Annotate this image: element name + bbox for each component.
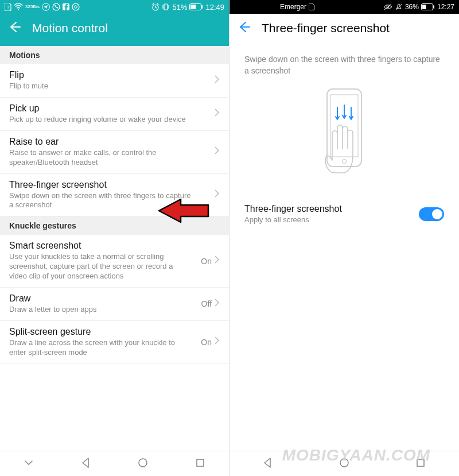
settings-list: Motions Flip Flip to mute Pick up Pick u… <box>0 46 229 451</box>
chevron-right-icon <box>214 336 220 348</box>
battery-icon <box>189 3 203 10</box>
navigation-bar <box>230 451 459 476</box>
vibrate-icon <box>162 3 170 11</box>
row-pick-up[interactable]: Pick up Pick up to reduce ringing volume… <box>0 98 229 131</box>
svg-rect-8 <box>164 4 168 10</box>
row-smart-screenshot[interactable]: Smart screenshot Use your knuckles to ta… <box>0 235 229 288</box>
clock-time: 12:49 <box>205 3 224 11</box>
row-value: On <box>201 338 212 347</box>
clock-time: 12:27 <box>437 3 454 11</box>
nav-recent-icon[interactable] <box>415 457 426 471</box>
row-subtitle: Swipe down on the screen with three fing… <box>9 191 197 211</box>
row-subtitle: Use your knuckles to take a normal or sc… <box>9 252 184 281</box>
svg-point-12 <box>139 459 147 467</box>
row-subtitle: Flip to mute <box>9 82 197 91</box>
status-bar: Emerger 36% 12:27 <box>230 0 459 14</box>
row-three-finger-screenshot[interactable]: Three-finger screenshot Swipe down on th… <box>0 174 229 217</box>
section-knuckle: Knuckle gestures <box>0 216 229 235</box>
back-icon[interactable] <box>238 21 250 36</box>
row-flip[interactable]: Flip Flip to mute <box>0 64 229 98</box>
svg-text:!: ! <box>7 5 9 10</box>
svg-rect-11 <box>190 5 196 9</box>
row-subtitle: Pick up to reduce ringing volume or wake… <box>9 115 197 125</box>
alarm-icon <box>151 3 160 11</box>
row-subtitle: Draw a letter to open apps <box>9 305 184 315</box>
chevron-right-icon <box>214 108 220 120</box>
svg-rect-24 <box>417 459 424 466</box>
svg-rect-13 <box>197 459 204 466</box>
svg-point-22 <box>343 160 347 164</box>
svg-point-5 <box>72 3 79 10</box>
svg-rect-10 <box>201 5 203 9</box>
svg-rect-18 <box>433 5 434 9</box>
row-subtitle: Draw a line across the screen with your … <box>9 338 184 358</box>
row-title: Smart screenshot <box>9 241 184 251</box>
toggle-subtitle: Apply to all screens <box>244 215 419 224</box>
toggle-three-finger-screenshot[interactable]: Three-finger screenshot Apply to all scr… <box>230 197 459 231</box>
row-title: Raise to ear <box>9 137 197 147</box>
toggle-title: Three-finger screenshot <box>244 204 419 214</box>
mute-icon <box>395 3 403 11</box>
nav-home-icon[interactable] <box>137 457 149 471</box>
screen-motion-control: ! 325B/s 51% 12:49 <box>0 0 230 476</box>
row-split-screen[interactable]: Split-screen gesture Draw a line across … <box>0 321 229 364</box>
chevron-right-icon <box>214 298 220 310</box>
instruction-text: Swipe down on the screen with three fing… <box>230 44 459 82</box>
nav-back-icon[interactable] <box>262 457 274 471</box>
chevron-right-icon <box>214 146 220 158</box>
row-title: Draw <box>9 293 184 304</box>
nav-recent-icon[interactable] <box>195 457 206 471</box>
svg-point-23 <box>340 459 348 467</box>
nav-back-icon[interactable] <box>80 457 92 471</box>
row-value: On <box>201 257 212 266</box>
battery-pct: 51% <box>172 3 187 11</box>
gesture-illustration <box>230 82 459 197</box>
row-subtitle: Raise to answer or make calls, or contro… <box>9 148 197 168</box>
svg-rect-21 <box>330 95 358 157</box>
svg-point-1 <box>18 9 19 10</box>
section-motions: Motions <box>0 46 229 64</box>
row-value: Off <box>201 299 212 308</box>
row-draw[interactable]: Draw Draw a letter to open apps Off <box>0 288 229 321</box>
chevron-right-icon <box>214 75 220 87</box>
eye-protection-icon <box>383 3 392 10</box>
network-speed: 325B/s <box>25 5 40 9</box>
app-header: Motion control <box>0 14 229 46</box>
facebook-icon <box>63 3 69 10</box>
nav-hide-icon[interactable] <box>23 457 34 471</box>
wifi-icon <box>14 3 23 10</box>
battery-icon <box>421 3 435 10</box>
page-title: Motion control <box>32 21 108 35</box>
svg-rect-19 <box>422 5 426 9</box>
battery-pct: 36% <box>405 3 419 11</box>
row-title: Flip <box>9 70 197 80</box>
row-title: Pick up <box>9 103 197 114</box>
sim-icon <box>309 3 314 10</box>
row-title: Split-screen gesture <box>9 327 184 337</box>
back-icon[interactable] <box>8 21 21 36</box>
row-title: Three-finger screenshot <box>9 180 197 190</box>
svg-point-6 <box>75 6 77 9</box>
chrome-icon <box>72 3 80 11</box>
app-header: Three-finger screenshot <box>230 14 459 44</box>
nav-home-icon[interactable] <box>339 457 350 471</box>
row-raise-to-ear[interactable]: Raise to ear Raise to answer or make cal… <box>0 131 229 174</box>
toggle-switch[interactable] <box>419 207 444 221</box>
carrier-label: Emerger <box>280 3 306 11</box>
screen-three-finger-detail: Emerger 36% 12:27 Three-finger screensho… <box>230 0 459 476</box>
chevron-right-icon <box>214 255 220 267</box>
whatsapp-icon <box>52 3 60 11</box>
status-bar: ! 325B/s 51% 12:49 <box>0 0 229 14</box>
chevron-right-icon <box>214 189 220 201</box>
sim-icon: ! <box>5 3 11 11</box>
telegram-icon <box>42 3 50 11</box>
page-title: Three-finger screenshot <box>262 21 390 35</box>
navigation-bar <box>0 451 229 476</box>
